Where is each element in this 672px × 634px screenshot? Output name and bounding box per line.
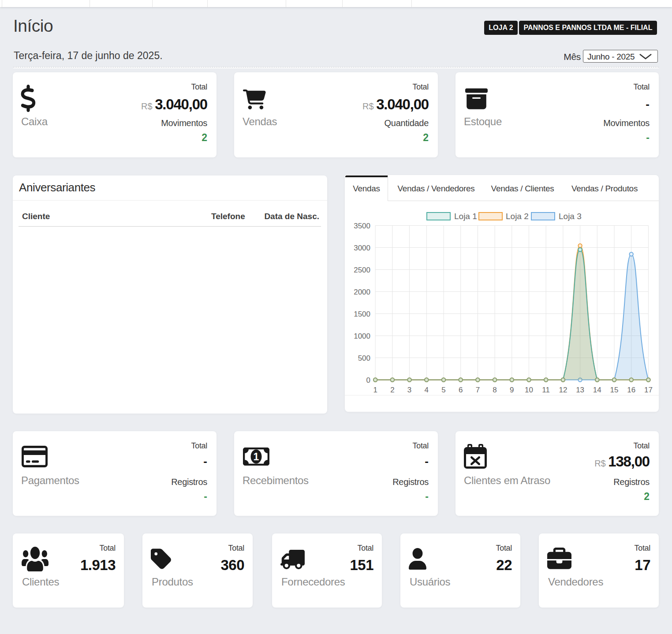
svg-text:7: 7	[476, 386, 480, 394]
svg-text:1000: 1000	[354, 332, 370, 340]
svg-text:17: 17	[644, 386, 653, 394]
svg-text:12: 12	[559, 386, 567, 394]
svg-text:3: 3	[407, 386, 411, 394]
svg-text:0: 0	[366, 376, 370, 384]
svg-text:2500: 2500	[354, 266, 370, 274]
svg-text:14: 14	[593, 386, 601, 394]
svg-text:10: 10	[525, 386, 533, 394]
svg-text:5: 5	[441, 386, 445, 394]
svg-text:11: 11	[542, 386, 550, 394]
svg-text:6: 6	[459, 386, 463, 394]
svg-text:500: 500	[358, 354, 370, 362]
svg-text:2000: 2000	[354, 288, 370, 296]
svg-text:1: 1	[254, 451, 259, 462]
svg-text:9: 9	[510, 386, 514, 394]
svg-text:2: 2	[390, 386, 394, 394]
svg-text:3000: 3000	[354, 244, 370, 252]
svg-text:Loja 2: Loja 2	[506, 212, 529, 221]
svg-text:13: 13	[576, 386, 584, 394]
svg-text:Loja 3: Loja 3	[559, 212, 582, 221]
svg-text:4: 4	[425, 386, 429, 394]
svg-text:8: 8	[493, 386, 497, 394]
svg-text:3500: 3500	[354, 222, 370, 230]
svg-text:Loja 1: Loja 1	[454, 212, 477, 221]
svg-text:16: 16	[627, 386, 635, 394]
svg-text:1500: 1500	[354, 310, 370, 318]
svg-text:1: 1	[373, 386, 377, 394]
svg-text:15: 15	[610, 386, 619, 394]
